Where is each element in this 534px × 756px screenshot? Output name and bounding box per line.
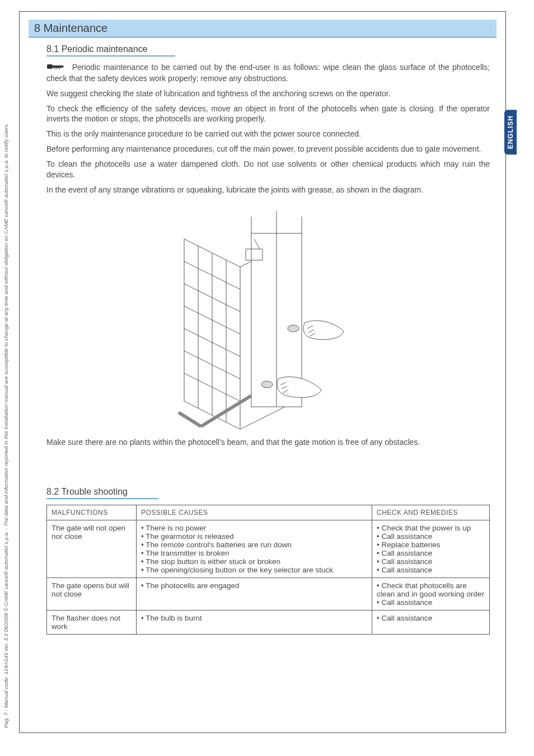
table-header-row: MALFUNCTIONS POSSIBLE CAUSES CHECK AND R… — [47, 505, 490, 520]
paragraph-text: Make sure there are no plants within the… — [46, 437, 490, 448]
subsection-title: 8.2 Trouble shooting — [46, 487, 158, 499]
page-footer-sideways: Pag. 7 - Manual code: 119AS45 ver. 3.3 0… — [3, 12, 9, 728]
svg-rect-0 — [47, 64, 53, 69]
paragraph-text: In the event of any strange vibrations o… — [46, 185, 490, 195]
paragraph-text: To check the efficiency of the safety de… — [46, 104, 490, 125]
table-cell: The gate opens but will not close — [47, 577, 137, 610]
paragraph-text: This is the only maintenance procedure t… — [46, 129, 490, 139]
pointing-hand-icon — [46, 63, 65, 73]
table-row: The gate opens but will not close • The … — [47, 577, 490, 610]
table-header-cell: MALFUNCTIONS — [47, 505, 137, 520]
body-text-8-1: Periodic maintenance to be carried out b… — [46, 62, 490, 195]
troubleshooting-table-wrap: MALFUNCTIONS POSSIBLE CAUSES CHECK AND R… — [46, 505, 490, 635]
subsection-8-2: 8.2 Trouble shooting — [46, 487, 496, 499]
after-diagram-text: Make sure there are no plants within the… — [46, 437, 490, 448]
paragraph-text: We suggest checking the state of lubrica… — [46, 88, 490, 99]
diagram-container — [20, 205, 505, 431]
subsection-title: 8.1 Periodic maintenance — [46, 44, 175, 57]
svg-point-15 — [261, 381, 273, 388]
gate-lubrication-diagram — [167, 205, 358, 429]
table-header-cell: POSSIBLE CAUSES — [137, 505, 372, 520]
table-cell: • Check that photocells are clean and in… — [372, 577, 490, 610]
table-cell: • The photocells are engaged — [137, 577, 372, 610]
table-cell: • The bulb is burnt — [137, 610, 372, 634]
table-row: The flasher does not work • The bulb is … — [47, 610, 490, 634]
brick-pattern — [184, 246, 240, 422]
paragraph-text: Periodic maintenance to be carried out b… — [46, 63, 490, 83]
table-cell: • Call assistance — [372, 610, 490, 634]
paragraph-text: To clean the photocells use a water damp… — [46, 159, 490, 180]
table-cell: • Check that the power is up • Call assi… — [372, 520, 490, 577]
svg-point-14 — [288, 325, 299, 332]
paragraph-text: Before performing any maintenance proced… — [46, 144, 490, 154]
table-cell: The flasher does not work — [47, 610, 137, 634]
troubleshooting-table: MALFUNCTIONS POSSIBLE CAUSES CHECK AND R… — [46, 505, 490, 635]
table-header-cell: CHECK AND REMEDIES — [372, 505, 490, 520]
table-cell: • There is no power • The gearmotor is r… — [137, 520, 372, 577]
language-tab: ENGLISH — [504, 110, 517, 154]
section-header: 8 Maintenance — [29, 20, 496, 37]
page-border: ENGLISH 8 Maintenance 8.1 Periodic maint… — [19, 11, 506, 733]
table-row: The gate will not open nor close • There… — [47, 520, 490, 577]
table-cell: The gate will not open nor close — [47, 520, 137, 577]
subsection-8-1: 8.1 Periodic maintenance — [46, 44, 496, 57]
